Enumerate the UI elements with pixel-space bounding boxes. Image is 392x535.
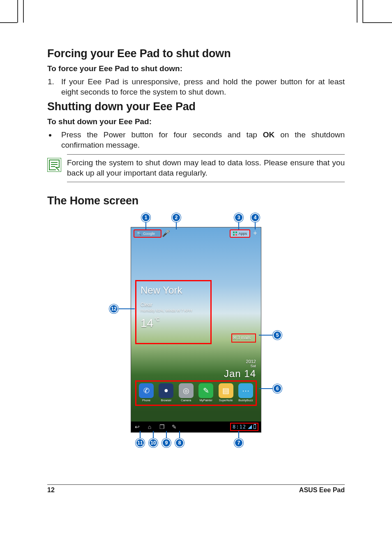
nav-home-icon[interactable]: ⌂ (146, 424, 153, 430)
note-text: Forcing the system to shut down may lead… (67, 158, 345, 178)
heading-shutting: Shutting down your Eee Pad (47, 100, 345, 113)
callout-4: 4 (251, 213, 260, 222)
callout-12: 12 (109, 304, 118, 313)
nav-back-icon[interactable]: ↩ (134, 424, 141, 430)
app-buddybuzz[interactable]: ⋯BuddyBuzz (237, 383, 255, 402)
app-label: SuperNote (217, 399, 235, 402)
weather-city: New York (141, 285, 206, 296)
app-icon: ● (159, 383, 173, 398)
subheading-shut: To shut down your Eee Pad: (47, 117, 345, 126)
callout-2: 2 (172, 213, 181, 222)
app-label: BuddyBuzz (237, 399, 255, 402)
callout-11: 11 (136, 438, 145, 447)
battery-icon (254, 424, 256, 429)
heading-forcing: Forcing your Eee Pad to shut down (47, 47, 345, 60)
mail-widget[interactable]: ✉ 3 mails (231, 334, 256, 343)
search-icon: 🔍 (137, 232, 141, 236)
search-box[interactable]: 🔍 Google (134, 229, 161, 238)
callout-6: 6 (273, 384, 282, 393)
note-icon (47, 158, 61, 172)
app-label: Phone (137, 399, 155, 402)
app-icon: ✆ (139, 383, 154, 398)
weather-widget[interactable]: New York Clear Humidity 61%, Winds W 7 K… (135, 280, 212, 344)
app-label: MyPainter (197, 399, 215, 402)
app-icon: ✎ (198, 383, 213, 398)
callout-10: 10 (149, 438, 158, 447)
app-supernote[interactable]: ▤SuperNote (217, 383, 235, 402)
mail-label: mails (241, 336, 251, 340)
heading-home: The Home screen (47, 195, 345, 207)
callout-5: 5 (273, 331, 282, 340)
callout-7: 7 (234, 438, 243, 447)
app-icon: ▤ (219, 383, 233, 398)
weather-temp: 14°C (141, 317, 206, 330)
app-browser[interactable]: ●Browser (157, 383, 175, 402)
status-time: 8:12 (233, 424, 246, 430)
note-rule-top (67, 154, 345, 155)
callout-3: 3 (234, 213, 243, 222)
subheading-force: To force your Eee Pad to shut down: (47, 64, 345, 73)
apps-button[interactable]: Apps (230, 229, 250, 238)
app-icon: ◎ (179, 383, 194, 398)
add-widget-icon[interactable]: + (252, 230, 258, 237)
weather-humidity: Humidity 61%, Winds W 7 KPH (141, 308, 206, 313)
mail-icon: ✉ (233, 336, 236, 340)
weather-condition: Clear (141, 302, 206, 308)
nav-screenshot-icon[interactable]: ✎ (171, 424, 178, 430)
app-dock: ✆Phone●Browser◎Camera✎MyPainter▤SuperNot… (135, 380, 257, 406)
app-camera[interactable]: ◎Camera (177, 383, 195, 402)
status-area[interactable]: 8:12 (230, 423, 258, 431)
note-rule-bot (67, 182, 345, 182)
apps-grid-icon (233, 232, 237, 236)
callout-9: 9 (162, 438, 171, 447)
app-icon: ⋯ (238, 383, 253, 398)
app-phone[interactable]: ✆Phone (137, 383, 155, 402)
page-number: 12 (47, 486, 55, 494)
mail-count: 3 (238, 336, 240, 340)
app-mypainter[interactable]: ✎MyPainter (197, 383, 215, 402)
search-placeholder: Google (143, 232, 155, 236)
signal-icon (248, 425, 252, 429)
app-label: Camera (177, 399, 195, 402)
home-screen-figure: 1 2 3 4 5 6 12 7 8 9 10 11 (129, 213, 263, 447)
date-widget[interactable]: 2012 Sat Jan 14 (224, 359, 256, 380)
callout-8: 8 (175, 438, 184, 447)
nav-recent-icon[interactable]: ❐ (158, 424, 166, 430)
callout-1: 1 (141, 213, 150, 222)
product-name: ASUS Eee Pad (299, 486, 345, 494)
force-step-1: If your Eee Pad is unresponsive, press a… (56, 76, 345, 97)
voice-search-icon[interactable]: 🎤 (163, 229, 169, 238)
shut-step-1: Press the Power button for four seconds … (56, 130, 345, 150)
app-label: Browser (157, 399, 175, 402)
